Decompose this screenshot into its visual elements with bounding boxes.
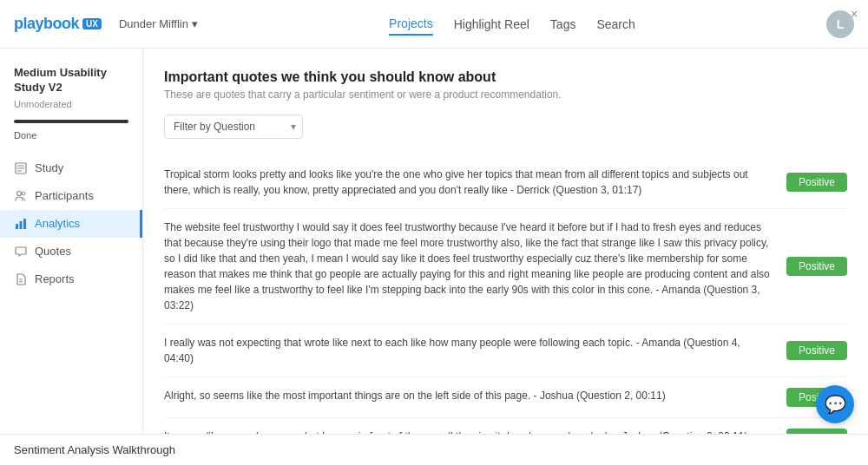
section-title: Important quotes we think you should kno… — [164, 69, 847, 85]
close-button[interactable]: × — [847, 7, 861, 21]
quote-text: Tropical storm looks pretty and looks li… — [164, 167, 773, 198]
chat-icon: 💬 — [825, 394, 846, 415]
reports-icon — [14, 272, 28, 286]
sentiment-badge: Positive — [786, 173, 847, 192]
chevron-down-icon: ▾ — [192, 17, 198, 30]
chat-bubble[interactable]: 💬 — [816, 385, 854, 423]
sentiment-badge: Positive — [786, 341, 847, 360]
main-content: Important quotes we think you should kno… — [143, 49, 868, 434]
topbar: playbook UX Dunder Mifflin ▾ Projects Hi… — [0, 0, 868, 49]
sidebar-label-analytics: Analytics — [35, 217, 80, 230]
nav-search[interactable]: Search — [596, 14, 635, 35]
progress-bar-container — [0, 120, 142, 127]
sidebar: Medium Usability Study V2 Unmoderated Do… — [0, 49, 143, 434]
analytics-icon — [14, 217, 28, 231]
workspace-name: Dunder Mifflin — [119, 17, 188, 30]
study-title: Medium Usability Study V2 — [0, 66, 142, 99]
logo-text: playbook — [14, 15, 79, 33]
svg-point-5 — [22, 192, 25, 195]
table-row: The website feel trustworthy I would say… — [164, 209, 847, 324]
quote-text: Alright, so seems like the most importan… — [164, 388, 773, 403]
logo[interactable]: playbook UX — [14, 15, 102, 33]
topbar-left: playbook UX Dunder Mifflin ▾ — [14, 15, 198, 33]
section-subtitle: These are quotes that carry a particular… — [164, 88, 847, 101]
nav-highlight-reel[interactable]: Highlight Reel — [454, 14, 529, 35]
study-subtitle: Unmoderated — [0, 99, 142, 120]
filter-row: Filter by Question — [164, 115, 847, 139]
svg-rect-7 — [20, 221, 23, 229]
sentiment-badge: Positive — [786, 429, 847, 434]
table-row: Alright, so seems like the most importan… — [164, 377, 847, 418]
sidebar-item-quotes[interactable]: Quotes — [0, 238, 142, 265]
quote-text: The website feel trustworthy I would say… — [164, 219, 773, 313]
sidebar-label-participants: Participants — [35, 189, 94, 202]
topbar-nav: Projects Highlight Reel Tags Search — [389, 13, 635, 36]
quotes-container: Tropical storm looks pretty and looks li… — [164, 156, 847, 434]
sidebar-label-reports: Reports — [35, 272, 75, 285]
close-icon: × — [851, 7, 858, 21]
quote-text: I really was not expecting that wrote li… — [164, 335, 773, 366]
table-row: I really was not expecting that wrote li… — [164, 324, 847, 377]
table-row: It seems like a very long page but I gue… — [164, 418, 847, 434]
bottombar-title: Sentiment Analysis Walkthrough — [14, 443, 175, 456]
bottombar: Sentiment Analysis Walkthrough — [0, 434, 868, 465]
sidebar-item-reports[interactable]: Reports — [0, 265, 142, 293]
filter-select[interactable]: Filter by Question — [164, 115, 303, 139]
sentiment-badge: Positive — [786, 257, 847, 276]
sidebar-item-analytics[interactable]: Analytics — [0, 210, 142, 238]
table-row: Tropical storm looks pretty and looks li… — [164, 156, 847, 209]
study-icon — [14, 161, 28, 175]
svg-rect-8 — [23, 219, 26, 229]
quote-text: It seems like a very long page but I gue… — [164, 429, 773, 434]
svg-rect-6 — [16, 224, 18, 229]
workspace-selector[interactable]: Dunder Mifflin ▾ — [119, 17, 198, 30]
participants-icon — [14, 189, 28, 203]
sidebar-label-quotes: Quotes — [35, 245, 71, 258]
progress-bar-fill — [14, 120, 128, 123]
layout: Medium Usability Study V2 Unmoderated Do… — [0, 49, 868, 434]
sidebar-item-participants[interactable]: Participants — [0, 182, 142, 210]
filter-wrapper: Filter by Question — [164, 115, 303, 139]
quotes-icon — [14, 245, 28, 259]
sidebar-item-study[interactable]: Study — [0, 154, 142, 182]
done-label: Done — [0, 127, 142, 154]
logo-ux: UX — [82, 18, 102, 29]
svg-point-4 — [17, 191, 22, 195]
nav-projects[interactable]: Projects — [389, 13, 433, 36]
progress-bar — [14, 120, 128, 123]
nav-tags[interactable]: Tags — [550, 14, 576, 35]
sidebar-label-study: Study — [35, 161, 63, 174]
